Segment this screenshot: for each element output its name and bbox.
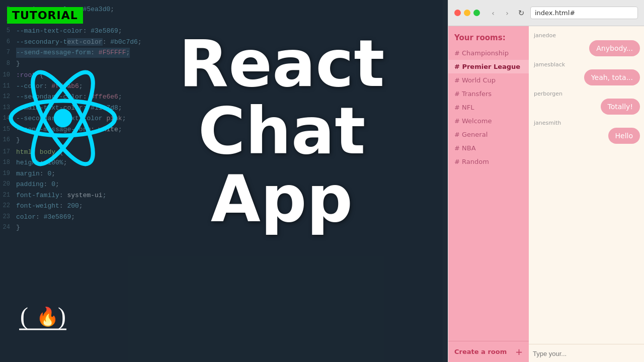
browser-content: Your rooms: # Championship # Premier Lea… (448, 26, 644, 362)
room-random[interactable]: # Random (448, 155, 529, 168)
room-premier-league[interactable]: # Premier League (448, 60, 529, 73)
tl-fullscreen[interactable] (473, 10, 480, 16)
message-bubble: Yeah, tota... (584, 69, 640, 85)
svg-text:🔥: 🔥 (36, 306, 59, 327)
main-title: React Chat App (116, 30, 448, 233)
react-logo (5, 60, 121, 176)
message-group-janesmith: janesmith Hello (533, 120, 640, 144)
create-room-button[interactable]: Create a room + (448, 341, 529, 362)
message-username: perborgen (533, 90, 562, 97)
message-username: janesmith (533, 120, 561, 126)
message-username: janedoe (533, 32, 556, 39)
tutorial-badge: TUTORIAL (7, 7, 83, 24)
room-nfl[interactable]: # NFL (448, 101, 529, 114)
room-nba[interactable]: # NBA (448, 141, 529, 155)
room-transfers[interactable]: # Transfers (448, 87, 529, 101)
rooms-sidebar: Your rooms: # Championship # Premier Lea… (448, 26, 529, 362)
message-group-jamesblack: jamesblack Yeah, tota... (533, 61, 640, 85)
svg-text:(: ( (20, 303, 28, 330)
message-bubble: Anybody... (589, 40, 640, 56)
room-welcome[interactable]: # Welcome (448, 114, 529, 128)
freecodecamp-logo: ( ) 🔥 (15, 297, 70, 342)
traffic-lights (454, 10, 480, 16)
tl-minimize[interactable] (464, 10, 470, 16)
messages-list: janedoe Anybody... jamesblack Yeah, tota… (529, 26, 644, 344)
svg-text:): ) (58, 303, 66, 330)
message-bubble: Hello (608, 128, 640, 144)
rooms-header: Your rooms: (448, 26, 529, 46)
room-world-cup[interactable]: # World Cup (448, 73, 529, 87)
room-championship[interactable]: # Championship (448, 46, 529, 60)
message-bubble: Totally! (601, 99, 640, 115)
title-line3: App (116, 165, 448, 233)
message-username: jamesblack (533, 61, 565, 68)
title-line2: Chat (116, 98, 448, 165)
tl-close[interactable] (454, 10, 461, 16)
refresh-button[interactable]: ↻ (516, 8, 526, 18)
svg-point-0 (54, 109, 72, 128)
back-button[interactable]: ‹ (488, 8, 498, 18)
url-bar[interactable]: index.html# (530, 7, 638, 19)
browser-window: ‹ › ↻ index.html# Your rooms: # Champion… (448, 0, 644, 362)
create-room-plus: + (515, 346, 523, 357)
browser-toolbar: ‹ › ↻ index.html# (448, 0, 644, 26)
message-group-janedoe: janedoe Anybody... (533, 32, 640, 56)
create-room-label: Create a room (454, 348, 507, 355)
chat-input-bar (529, 344, 644, 362)
chat-input[interactable] (533, 350, 640, 357)
forward-button[interactable]: › (502, 8, 512, 18)
room-general[interactable]: # General (448, 128, 529, 141)
chat-area: janedoe Anybody... jamesblack Yeah, tota… (529, 26, 644, 362)
message-group-perborgen: perborgen Totally! (533, 90, 640, 115)
title-line1: React (116, 30, 448, 98)
